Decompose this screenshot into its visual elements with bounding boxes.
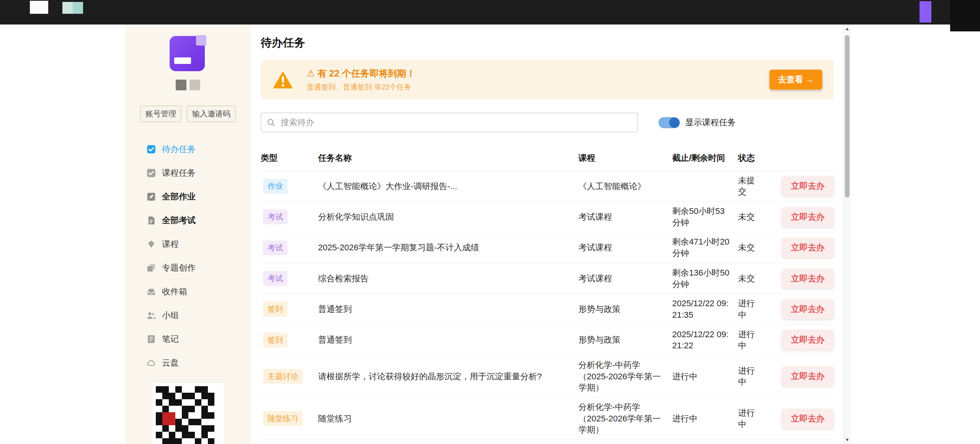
task-course: 考试课程	[578, 211, 672, 223]
users-icon	[147, 311, 156, 320]
screen-artifact-white	[30, 1, 48, 14]
app-window: 账号管理 输入邀请码 待办任务课程任务全部作业全部考试课程专题创作收件箱小组笔记…	[0, 0, 980, 444]
sidebar-item-groups[interactable]: 小组	[147, 304, 251, 327]
scrollbar-down-arrow[interactable]: ▼	[843, 436, 851, 443]
content-scrollbar[interactable]: ▲ ▼	[843, 24, 851, 444]
task-deadline: 进行中	[672, 413, 738, 424]
table-row: 考试2025-2026学年第一学期复习题-不计入成绩考试课程剩余471小时20分…	[261, 232, 834, 263]
go-view-button[interactable]: 去查看 →	[769, 70, 822, 90]
sidebar-item-label: 课程	[162, 238, 179, 250]
table-row: 随堂练习随堂练习分析化学-中药学（2025-2026学年第一学期）进行中进行中立…	[261, 398, 834, 440]
main-content: 待办任务 ⚠ 有 22 个任务即将到期！ 普通签到、普通签到 等22个任务 去查…	[251, 24, 844, 444]
sidebar-item-all-homework[interactable]: 全部作业	[147, 185, 251, 209]
sidebar-item-topic-creation[interactable]: 专题创作	[147, 256, 251, 280]
task-action-button[interactable]: 立即去办	[782, 330, 834, 350]
table-row: 在仪器分析高度发达的今天，为什么重量分析法（尤其是沉淀法）在...分析化学-中药…	[261, 440, 834, 444]
column-header-course: 课程	[578, 152, 672, 164]
task-name[interactable]: 2025-2026学年第一学期复习题-不计入成绩	[318, 243, 479, 252]
task-course: 《人工智能概论》	[578, 181, 672, 192]
task-action-button[interactable]: 立即去办	[782, 299, 834, 319]
invite-code-button[interactable]: 输入邀请码	[187, 106, 236, 122]
task-status: 进行中	[738, 329, 762, 351]
task-type-badge: 主题讨论	[263, 369, 303, 384]
notebook-icon	[147, 335, 156, 344]
screen-artifact-purple	[920, 1, 931, 23]
qr-code-grid	[156, 386, 220, 444]
sidebar-item-label: 专题创作	[162, 262, 196, 274]
task-course: 考试课程	[578, 273, 672, 284]
task-action-button[interactable]: 立即去办	[782, 238, 834, 258]
qr-code	[153, 383, 224, 444]
logo-dot-light	[189, 80, 200, 90]
task-name[interactable]: 综合检索报告	[318, 274, 369, 283]
table-row: 作业《人工智能概论》大作业-调研报告-...《人工智能概论》未提交立即去办	[261, 171, 834, 202]
sidebar-item-course-tasks[interactable]: 课程任务	[147, 161, 251, 185]
account-manage-button[interactable]: 账号管理	[140, 106, 181, 122]
warning-small-icon: ⚠	[307, 68, 315, 78]
task-status: 未交	[738, 211, 762, 223]
task-name[interactable]: 普通签到	[318, 335, 352, 344]
column-header-name: 任务名称	[318, 152, 578, 164]
sidebar-item-todo-tasks[interactable]: 待办任务	[147, 137, 251, 161]
warning-triangle-icon	[272, 70, 294, 89]
sidebar-item-label: 云盘	[162, 357, 179, 369]
app-logo	[170, 35, 206, 72]
task-deadline: 2025/12/22 09:21:35	[672, 298, 738, 320]
column-header-type: 类型	[261, 152, 318, 164]
panels-icon	[147, 263, 156, 273]
sidebar-item-notes[interactable]: 笔记	[147, 327, 251, 351]
document-icon	[147, 216, 156, 225]
sidebar-item-cloud-drive[interactable]: 云盘	[147, 351, 251, 375]
cloud-icon	[147, 358, 156, 367]
task-action-button[interactable]: 立即去办	[782, 207, 834, 227]
sidebar-item-label: 收件箱	[162, 286, 187, 297]
screen-artifact-teal-1	[62, 2, 73, 14]
table-row: 签到普通签到形势与政策2025/12/22 09:21:35进行中立即去办	[261, 294, 834, 325]
task-type-badge: 签到	[263, 302, 287, 317]
task-table-body: 作业《人工智能概论》大作业-调研报告-...《人工智能概论》未提交立即去办考试分…	[261, 171, 834, 444]
task-table: 类型 任务名称 课程 截止/剩余时间 状态 作业《人工智能概论》大作业-调研报告…	[261, 152, 834, 444]
toggle-knob	[669, 118, 679, 128]
sidebar-item-label: 全部考试	[162, 215, 196, 226]
sidebar: 账号管理 输入邀请码 待办任务课程任务全部作业全部考试课程专题创作收件箱小组笔记…	[125, 24, 251, 444]
task-deadline: 2025/12/22 09:21:22	[672, 329, 738, 351]
table-row: 签到普通签到形势与政策2025/12/22 09:21:22进行中立即去办	[261, 325, 834, 356]
sidebar-item-label: 全部作业	[162, 191, 196, 202]
sidebar-item-label: 小组	[162, 310, 179, 321]
sidebar-item-label: 待办任务	[162, 144, 196, 155]
task-action-button[interactable]: 立即去办	[782, 366, 834, 386]
task-course: 分析化学-中药学（2025-2026学年第一学期）	[578, 359, 672, 393]
sidebar-item-courses[interactable]: 课程	[147, 232, 251, 256]
task-deadline: 进行中	[672, 371, 738, 382]
logo-white-bar	[174, 57, 191, 64]
sidebar-item-label: 笔记	[162, 333, 179, 345]
task-type-badge: 签到	[263, 333, 287, 348]
task-type-badge: 随堂练习	[263, 411, 303, 426]
task-deadline: 剩余471小时20分钟	[672, 236, 738, 259]
task-action-button[interactable]: 立即去办	[782, 409, 834, 429]
check-square-icon	[147, 145, 156, 154]
task-action-button[interactable]: 立即去办	[782, 176, 834, 196]
column-header-status: 状态	[738, 152, 762, 164]
screen-artifact-teal-2	[73, 2, 83, 14]
sidebar-item-label: 课程任务	[162, 167, 196, 179]
task-name[interactable]: 《人工智能概论》大作业-调研报告-...	[318, 181, 457, 191]
task-name[interactable]: 请根据所学，讨论获得较好的晶形沉淀，用于沉淀重量分析?	[318, 372, 542, 381]
table-row: 考试分析化学知识点巩固考试课程剩余50小时53分钟未交立即去办	[261, 202, 834, 232]
scrollbar-up-arrow[interactable]: ▲	[843, 25, 851, 32]
search-input[interactable]	[280, 117, 637, 128]
task-action-button[interactable]: 立即去办	[782, 269, 834, 289]
task-name[interactable]: 随堂练习	[318, 414, 352, 423]
show-course-tasks-toggle[interactable]	[658, 117, 680, 128]
task-name[interactable]: 分析化学知识点巩固	[318, 212, 394, 222]
task-name[interactable]: 普通签到	[318, 304, 352, 314]
task-course: 分析化学-中药学（2025-2026学年第一学期）	[578, 402, 672, 436]
sidebar-item-all-exams[interactable]: 全部考试	[147, 209, 251, 232]
check-square-icon	[147, 168, 156, 178]
sidebar-item-inbox[interactable]: 收件箱	[147, 280, 251, 304]
column-header-deadline: 截止/剩余时间	[672, 152, 738, 164]
banner-subtitle: 普通签到、普通签到 等22个任务	[307, 82, 769, 92]
search-icon	[267, 118, 275, 127]
screen-artifact-black	[950, 0, 980, 31]
scrollbar-thumb[interactable]	[845, 35, 849, 198]
